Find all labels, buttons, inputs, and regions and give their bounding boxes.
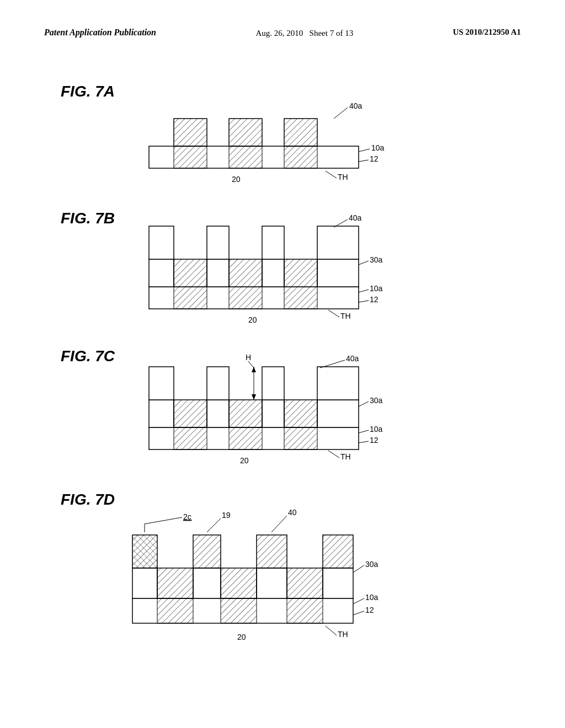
svg-rect-98 bbox=[193, 568, 221, 598]
svg-line-124 bbox=[326, 626, 337, 635]
svg-rect-58 bbox=[284, 427, 317, 449]
svg-line-43 bbox=[359, 261, 369, 265]
svg-text:40a: 40a bbox=[349, 213, 362, 222]
svg-rect-32 bbox=[262, 259, 284, 287]
svg-rect-65 bbox=[229, 400, 262, 427]
svg-line-80 bbox=[359, 430, 369, 433]
svg-text:TH: TH bbox=[340, 452, 351, 461]
fig7d-svg: 2c 19 40 30a 10a 12 20 TH bbox=[121, 507, 408, 656]
svg-line-50 bbox=[328, 310, 339, 317]
svg-line-47 bbox=[359, 301, 369, 302]
svg-rect-63 bbox=[317, 400, 359, 427]
svg-rect-38 bbox=[207, 226, 229, 259]
svg-rect-56 bbox=[229, 427, 262, 449]
svg-rect-97 bbox=[132, 568, 157, 598]
svg-line-16 bbox=[359, 160, 369, 162]
svg-rect-10 bbox=[229, 119, 262, 146]
svg-rect-62 bbox=[262, 400, 284, 427]
svg-rect-31 bbox=[207, 259, 229, 287]
svg-text:12: 12 bbox=[365, 606, 374, 614]
svg-line-75 bbox=[248, 361, 254, 368]
svg-text:12: 12 bbox=[370, 436, 379, 445]
svg-rect-61 bbox=[207, 400, 229, 427]
svg-line-12 bbox=[334, 108, 348, 119]
svg-rect-37 bbox=[149, 226, 174, 259]
svg-line-82 bbox=[359, 441, 369, 443]
svg-text:20: 20 bbox=[237, 633, 246, 641]
svg-rect-68 bbox=[207, 367, 229, 400]
svg-text:30a: 30a bbox=[370, 255, 383, 264]
fig7d-diagram: 2c 19 40 30a 10a 12 20 TH bbox=[121, 507, 408, 659]
svg-text:12: 12 bbox=[370, 154, 379, 163]
svg-line-85 bbox=[328, 451, 339, 458]
svg-line-110 bbox=[145, 517, 182, 524]
svg-line-119 bbox=[353, 598, 364, 604]
svg-text:TH: TH bbox=[340, 312, 351, 320]
svg-rect-101 bbox=[157, 568, 193, 598]
svg-rect-105 bbox=[132, 535, 157, 568]
svg-rect-66 bbox=[284, 400, 317, 427]
fig7b-label: FIG. 7B bbox=[61, 210, 115, 227]
svg-rect-102 bbox=[221, 568, 257, 598]
svg-rect-30 bbox=[149, 259, 174, 287]
svg-rect-60 bbox=[149, 400, 174, 427]
svg-text:10a: 10a bbox=[371, 143, 385, 152]
svg-line-45 bbox=[359, 290, 369, 292]
svg-line-121 bbox=[353, 611, 364, 615]
svg-rect-36 bbox=[284, 259, 317, 287]
fig7a-label: FIG. 7A bbox=[61, 83, 115, 100]
svg-text:12: 12 bbox=[370, 295, 379, 304]
svg-text:20: 20 bbox=[232, 175, 241, 184]
svg-rect-25 bbox=[229, 287, 262, 309]
svg-line-19 bbox=[326, 171, 337, 178]
svg-line-78 bbox=[359, 402, 369, 406]
header-date-sheet: Aug. 26, 2010 Sheet 7 of 13 bbox=[255, 28, 353, 39]
svg-rect-107 bbox=[257, 535, 287, 568]
svg-rect-39 bbox=[262, 226, 284, 259]
svg-text:19: 19 bbox=[222, 511, 231, 520]
svg-rect-40 bbox=[317, 226, 359, 259]
svg-text:40: 40 bbox=[288, 508, 297, 517]
svg-rect-3 bbox=[174, 146, 207, 168]
svg-line-14 bbox=[359, 149, 370, 152]
svg-rect-23 bbox=[174, 287, 207, 309]
svg-rect-91 bbox=[157, 598, 193, 623]
svg-text:10a: 10a bbox=[370, 425, 383, 433]
svg-rect-11 bbox=[284, 119, 317, 146]
svg-text:10a: 10a bbox=[365, 593, 379, 602]
fig7b-diagram: 40a 30a 10a 12 20 TH bbox=[138, 215, 392, 333]
svg-marker-73 bbox=[252, 394, 256, 400]
svg-rect-33 bbox=[317, 259, 359, 287]
svg-rect-9 bbox=[174, 119, 207, 146]
header-publication-type: Patent Application Publication bbox=[44, 28, 156, 38]
svg-rect-54 bbox=[174, 427, 207, 449]
svg-text:30a: 30a bbox=[370, 396, 383, 405]
svg-line-115 bbox=[271, 516, 287, 532]
svg-rect-103 bbox=[287, 568, 323, 598]
svg-rect-69 bbox=[262, 367, 284, 400]
header-patent-number: US 2010/212950 A1 bbox=[453, 28, 521, 37]
svg-rect-106 bbox=[193, 535, 221, 568]
svg-text:TH: TH bbox=[338, 173, 348, 181]
svg-rect-99 bbox=[257, 568, 287, 598]
fig7c-label: FIG. 7C bbox=[61, 347, 115, 365]
svg-rect-35 bbox=[229, 259, 262, 287]
fig7a-diagram: 40a 10a 12 20 TH bbox=[138, 97, 392, 192]
svg-rect-70 bbox=[317, 367, 359, 400]
fig7c-diagram: H 40a 30a 10a 12 20 TH bbox=[138, 356, 392, 474]
fig7b-svg: 40a 30a 10a 12 20 TH bbox=[138, 215, 392, 331]
fig7c-svg: H 40a 30a 10a 12 20 TH bbox=[138, 356, 392, 472]
svg-text:40a: 40a bbox=[346, 354, 359, 363]
fig7d-label: FIG. 7D bbox=[61, 491, 115, 508]
svg-text:10a: 10a bbox=[370, 284, 383, 293]
svg-rect-5 bbox=[229, 146, 262, 168]
svg-rect-34 bbox=[174, 259, 207, 287]
svg-rect-95 bbox=[287, 598, 323, 623]
svg-rect-27 bbox=[284, 287, 317, 309]
page: Patent Application Publication Aug. 26, … bbox=[0, 0, 565, 728]
svg-text:30a: 30a bbox=[365, 560, 379, 569]
svg-line-117 bbox=[353, 565, 364, 572]
svg-text:H: H bbox=[246, 353, 251, 362]
fig7a-svg: 40a 10a 12 20 TH bbox=[138, 97, 392, 190]
svg-text:40a: 40a bbox=[349, 101, 363, 110]
